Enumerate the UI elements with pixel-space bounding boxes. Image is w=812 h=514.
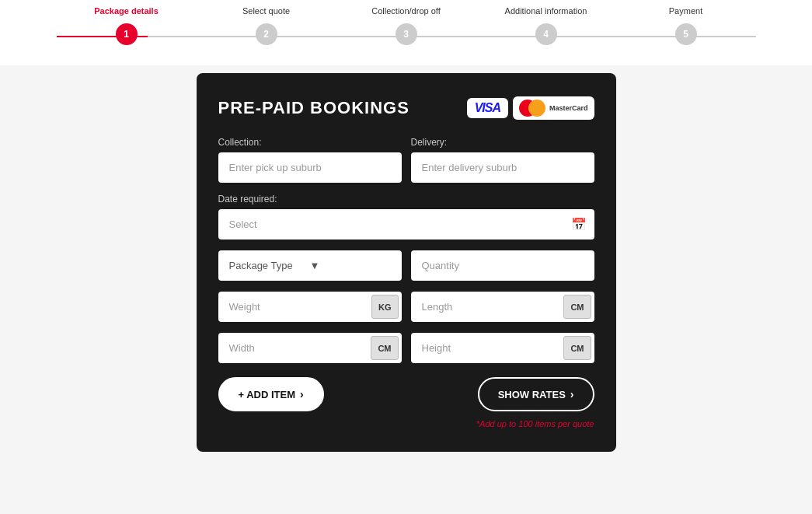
delivery-label: Delivery: bbox=[411, 137, 594, 148]
package-type-placeholder: Package Type bbox=[229, 260, 310, 271]
progress-bar: Package details 1 Select quote 2 Collect… bbox=[0, 0, 812, 65]
step-1-circle[interactable]: 1 bbox=[116, 23, 138, 45]
show-rates-arrow-icon: › bbox=[570, 388, 574, 400]
length-suffix: CM bbox=[563, 295, 591, 319]
collection-group: Collection: bbox=[218, 137, 402, 183]
add-note: *Add up to 100 items per quote bbox=[218, 419, 594, 428]
step-3-circle[interactable]: 3 bbox=[396, 23, 417, 45]
step-1: Package details 1 bbox=[57, 23, 197, 50]
weight-input-wrapper: KG bbox=[218, 292, 402, 322]
chevron-down-icon: ▼ bbox=[310, 260, 391, 271]
weight-group: KG bbox=[218, 292, 402, 322]
step-3-label: Collection/drop off bbox=[371, 6, 440, 16]
package-quantity-row: Package Type ▼ bbox=[218, 250, 594, 281]
width-input-wrapper: CM bbox=[218, 333, 402, 363]
step-3: Collection/drop off 3 bbox=[336, 23, 476, 50]
date-group: Date required: 📅 bbox=[218, 194, 594, 240]
booking-card: PRE-PAID BOOKINGS VISA MasterCard Collec… bbox=[197, 73, 616, 452]
step-5: Payment 5 bbox=[616, 23, 756, 50]
payment-icons: VISA MasterCard bbox=[467, 96, 594, 120]
weight-input[interactable] bbox=[218, 292, 372, 322]
delivery-group: Delivery: bbox=[411, 137, 594, 183]
weight-length-row: KG CM bbox=[218, 292, 594, 322]
height-input-wrapper: CM bbox=[411, 333, 594, 363]
height-input[interactable] bbox=[411, 333, 564, 363]
quantity-group bbox=[411, 250, 594, 281]
card-header: PRE-PAID BOOKINGS VISA MasterCard bbox=[218, 96, 594, 120]
collection-input[interactable] bbox=[218, 152, 402, 183]
mastercard-icon: MasterCard bbox=[513, 96, 594, 120]
delivery-input[interactable] bbox=[411, 152, 594, 183]
mc-text: MasterCard bbox=[549, 104, 588, 112]
date-row: Date required: 📅 bbox=[218, 194, 594, 240]
height-suffix: CM bbox=[563, 336, 591, 360]
add-item-button[interactable]: + ADD ITEM › bbox=[218, 377, 324, 411]
quantity-input[interactable] bbox=[411, 250, 594, 281]
step-5-circle[interactable]: 5 bbox=[675, 23, 697, 45]
date-input-wrapper: 📅 bbox=[218, 209, 594, 240]
height-group: CM bbox=[411, 333, 594, 363]
step-1-label: Package details bbox=[94, 6, 159, 16]
date-input[interactable] bbox=[218, 209, 594, 240]
visa-icon: VISA bbox=[467, 98, 508, 118]
width-input[interactable] bbox=[218, 333, 371, 363]
width-suffix: CM bbox=[371, 336, 398, 360]
step-2-circle[interactable]: 2 bbox=[256, 23, 277, 45]
package-type-select[interactable]: Package Type ▼ bbox=[218, 250, 402, 281]
step-4-label: Additional information bbox=[505, 6, 587, 16]
step-2-label: Select quote bbox=[242, 6, 290, 16]
main-wrapper: PRE-PAID BOOKINGS VISA MasterCard Collec… bbox=[0, 65, 812, 467]
width-group: CM bbox=[218, 333, 402, 363]
show-rates-button[interactable]: SHOW RATES › bbox=[478, 377, 594, 411]
step-2: Select quote 2 bbox=[197, 23, 336, 50]
step-5-label: Payment bbox=[669, 6, 702, 16]
button-row: + ADD ITEM › SHOW RATES › bbox=[218, 377, 594, 411]
package-type-group: Package Type ▼ bbox=[218, 250, 402, 281]
step-4: Additional information 4 bbox=[476, 23, 616, 50]
length-group: CM bbox=[411, 292, 594, 322]
mc-yellow-circle bbox=[528, 100, 545, 117]
weight-suffix: KG bbox=[371, 295, 399, 319]
add-item-arrow-icon: › bbox=[300, 388, 304, 400]
collection-delivery-row: Collection: Delivery: bbox=[218, 137, 594, 183]
step-4-circle[interactable]: 4 bbox=[535, 23, 557, 45]
date-label: Date required: bbox=[218, 194, 594, 205]
length-input-wrapper: CM bbox=[411, 292, 594, 322]
length-input[interactable] bbox=[411, 292, 564, 322]
collection-label: Collection: bbox=[218, 137, 402, 148]
width-height-row: CM CM bbox=[218, 333, 594, 363]
card-title: PRE-PAID BOOKINGS bbox=[218, 98, 409, 118]
